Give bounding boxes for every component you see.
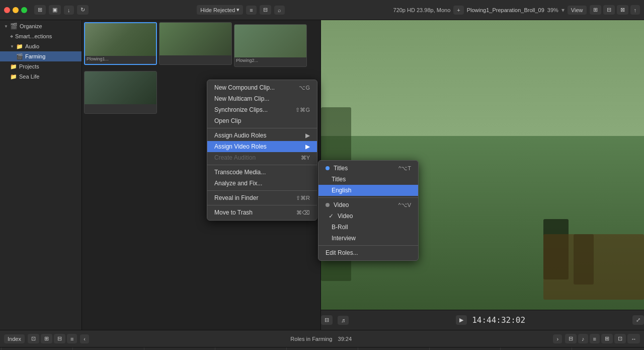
ruler-mark-0: 00:00:00:00 — [1, 347, 72, 350]
ruler-mark-4: 00:00:20:00 — [286, 347, 358, 350]
tl-tool-5[interactable]: ⊡ — [614, 334, 626, 343]
tl-tool-4[interactable]: ⊞ — [601, 334, 613, 343]
cm-transcode-media[interactable]: Transcode Media... — [207, 167, 317, 178]
sync-icon: ↻ — [80, 7, 85, 13]
library-icon: 🎬 — [10, 23, 18, 30]
tl-tool-3[interactable]: ≡ — [590, 334, 600, 343]
zoom-label: 39% — [547, 7, 558, 13]
search-button[interactable]: ⌕ — [274, 6, 285, 15]
submenu-video-roles: Titles ^⌥T Titles English Video ^⌥V — [318, 160, 419, 261]
clip-tools: ⊡ ⊞ ⊟ ≡ — [28, 334, 77, 343]
sidebar-item-sea-life[interactable]: 📁 Sea Life — [0, 72, 82, 82]
list-view-button[interactable]: ≡ — [246, 6, 256, 15]
ruler-mark-8: 00:00:40:00 — [572, 347, 643, 350]
viewer-options-button[interactable]: ⊟ — [321, 315, 333, 325]
horse-equipment — [543, 234, 644, 300]
sidebar-section-libraries: ▼ 🎬 Organize ⌖ Smart...ections ▼ 📁 Audio… — [0, 20, 82, 83]
smartcollection-icon: ⌖ — [10, 33, 13, 40]
sidebar-item-organize[interactable]: ▼ 🎬 Organize — [0, 21, 82, 31]
grid-icon: ⊞ — [38, 7, 42, 13]
index-button[interactable]: Index — [4, 334, 25, 343]
close-button[interactable] — [4, 7, 10, 13]
fullscreen-view-button[interactable]: ⤢ — [632, 315, 644, 325]
clip-image-1 — [85, 23, 156, 56]
sv-item-video-checked[interactable]: ✓ Video — [318, 211, 418, 222]
browser-button[interactable]: ▣ — [49, 5, 61, 15]
view-button[interactable]: View — [568, 6, 587, 15]
cm-assign-audio-roles[interactable]: Assign Audio Roles ▶ — [207, 130, 317, 141]
cm-separator-2 — [207, 165, 317, 165]
clip-thumb-4[interactable] — [84, 71, 157, 114]
play-button[interactable]: ▶ — [456, 315, 467, 325]
folder-audio-icon: 📁 — [16, 43, 23, 50]
cm-new-multicam-clip[interactable]: New Multicam Clip... — [207, 93, 317, 104]
cm-separator-4 — [207, 205, 317, 205]
sidebar-item-audio[interactable]: ▼ 📁 Audio — [0, 41, 82, 51]
minimize-button[interactable] — [13, 7, 19, 13]
sv-item-video-main[interactable]: Video ^⌥V — [318, 199, 418, 211]
hide-rejected-button[interactable]: Hide Rejected ▾ — [197, 5, 243, 15]
sv-item-interview[interactable]: Interview — [318, 233, 418, 244]
clip-label-2 — [159, 55, 231, 56]
cm-analyze-fix[interactable]: Analyze and Fix... — [207, 178, 317, 189]
cm-new-compound-clip[interactable]: New Compound Clip... ⌥G — [207, 82, 317, 93]
cm-open-clip[interactable]: Open Clip — [207, 115, 317, 126]
browser-area: Plowing1... Plowing2... New Compound Cli… — [82, 20, 321, 330]
tool-2[interactable]: ⊞ — [41, 334, 52, 343]
sv-item-broll[interactable]: B-Roll — [318, 222, 418, 233]
sv-item-titles-sub[interactable]: Titles — [318, 174, 418, 185]
layout-button-3[interactable]: ⊠ — [617, 5, 628, 15]
timeline-tools: ⊟ ♪ ≡ ⊞ ⊡ ↔ — [565, 334, 640, 343]
sv-item-english[interactable]: English — [318, 185, 418, 196]
download-button[interactable]: ↓ — [64, 6, 74, 15]
sync-button[interactable]: ↻ — [77, 5, 89, 15]
tool-4[interactable]: ≡ — [67, 334, 77, 343]
cm-assign-video-roles[interactable]: Assign Video Roles ▶ Titles ^⌥T Titles E… — [207, 141, 317, 152]
clip-thumb-3[interactable]: Plowing2... — [234, 24, 307, 67]
sv-item-titles-main[interactable]: Titles ^⌥T — [318, 163, 418, 174]
cm-separator-3 — [207, 190, 317, 191]
clip-name-label: Plowing1_Preparation_Broll_09 — [467, 7, 544, 13]
layout-button-1[interactable]: ⊞ — [590, 5, 601, 15]
cm-label-sync: Synchronize Clips... — [214, 106, 268, 113]
ruler-mark-6: 00:00:30:00 — [429, 347, 501, 350]
audio-meter-button[interactable]: ♬ — [338, 316, 349, 325]
ruler-mark-5: 00:00:25:00 — [358, 347, 429, 350]
forward-button[interactable]: › — [553, 334, 562, 343]
tl-tool-1[interactable]: ⊟ — [565, 334, 577, 343]
tl-tool-zoom[interactable]: ↔ — [627, 334, 640, 343]
tool-1[interactable]: ⊡ — [28, 334, 39, 343]
filmstrip-button[interactable]: ⊟ — [260, 5, 271, 15]
sidebar-item-projects[interactable]: 📁 Projects — [0, 61, 82, 72]
cm-label-video-roles: Assign Video Roles — [214, 143, 267, 150]
browser-icon: ▣ — [52, 7, 57, 13]
traffic-lights — [4, 7, 27, 13]
clip-thumb-2[interactable] — [159, 22, 232, 65]
sv-separator-1 — [318, 197, 418, 198]
sv-label-titles-sub: Titles — [332, 176, 346, 183]
sidebar-item-smart-collections[interactable]: ⌖ Smart...ections — [0, 31, 82, 41]
clip-thumb-1[interactable]: Plowing1... — [84, 22, 157, 65]
sv-label-titles-main: Titles — [334, 165, 348, 172]
sidebar-item-farming[interactable]: 🎬 Farming — [0, 51, 82, 61]
tl-tool-2[interactable]: ♪ — [578, 334, 588, 343]
fullscreen-button[interactable] — [21, 7, 27, 13]
clip-image-2 — [159, 23, 231, 55]
sv-separator-2 — [318, 245, 418, 246]
back-button[interactable]: ‹ — [80, 334, 89, 343]
cm-reveal-finder[interactable]: Reveal in Finder ⇧⌘R — [207, 192, 317, 203]
cm-move-to-trash[interactable]: Move to Trash ⌘⌫ — [207, 207, 317, 218]
top-bar: ⊞ ▣ ↓ ↻ Hide Rejected ▾ ≡ ⊟ ⌕ 720p HD 23… — [0, 0, 644, 20]
tool-3[interactable]: ⊟ — [54, 334, 65, 343]
cm-arrow-audio: ▶ — [305, 132, 310, 139]
library-button[interactable]: ⊞ — [34, 5, 46, 15]
cm-synchronize-clips[interactable]: Synchronize Clips... ⇧⌘G — [207, 104, 317, 115]
top-center-info: Hide Rejected ▾ ≡ ⊟ ⌕ — [197, 5, 285, 15]
zoom-arrow: ▾ — [561, 7, 565, 14]
sv-item-edit-roles[interactable]: Edit Roles... — [318, 247, 418, 258]
layout-button-2[interactable]: ⊟ — [603, 5, 615, 15]
cm-create-audition: Create Audition ⌘Y — [207, 152, 317, 163]
preview-controls: ⊟ ♬ ▶ 14:44:32:02 ⤢ — [321, 310, 644, 330]
clip-action-button[interactable]: + — [453, 6, 463, 15]
export-button[interactable]: ↑ — [630, 5, 640, 15]
